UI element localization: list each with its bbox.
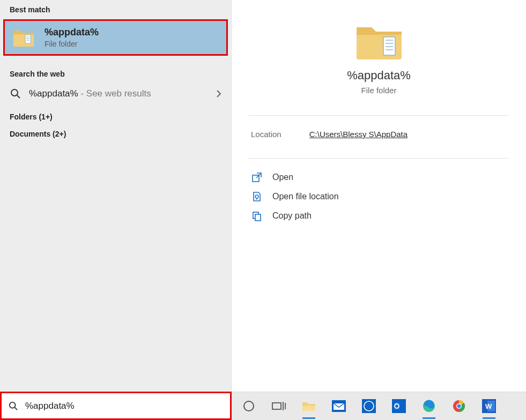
search-icon — [10, 88, 21, 100]
folder-icon — [12, 26, 35, 49]
search-box[interactable] — [0, 392, 232, 420]
svg-point-30 — [457, 404, 461, 408]
open-file-location-action[interactable]: Open file location — [251, 191, 507, 202]
folders-heading[interactable]: Folders (1+) — [0, 105, 231, 124]
search-icon — [8, 401, 19, 411]
chrome-icon[interactable] — [451, 399, 466, 414]
svg-point-4 — [11, 89, 18, 96]
dell-icon[interactable] — [361, 399, 376, 414]
search-results-pane: Best match %appdata% File folder — [0, 0, 232, 392]
svg-point-14 — [10, 402, 16, 408]
taskbar: W — [232, 392, 526, 420]
web-result-label: %appdata% - See web results — [29, 88, 151, 99]
search-input[interactable] — [25, 401, 224, 411]
svg-line-15 — [15, 407, 18, 410]
open-action[interactable]: Open — [251, 171, 507, 183]
svg-line-5 — [17, 95, 20, 98]
task-view-icon[interactable] — [271, 399, 286, 414]
file-explorer-icon[interactable] — [301, 399, 316, 414]
documents-heading[interactable]: Documents (2+) — [0, 124, 231, 141]
svg-point-16 — [244, 401, 254, 411]
preview-subtitle: File folder — [361, 86, 397, 95]
svg-rect-17 — [272, 403, 281, 409]
location-label: Location — [251, 130, 281, 139]
copy-path-icon — [251, 210, 263, 222]
web-search-result[interactable]: %appdata% - See web results — [0, 82, 231, 105]
open-icon — [251, 171, 263, 183]
folder-icon — [354, 20, 404, 62]
best-match-subtitle: File folder — [45, 40, 99, 48]
best-match-heading: Best match — [0, 0, 231, 18]
svg-text:W: W — [485, 402, 492, 410]
copy-path-action[interactable]: Copy path — [251, 210, 507, 222]
word-icon[interactable]: W — [481, 399, 497, 414]
svg-rect-20 — [302, 406, 315, 411]
svg-rect-13 — [255, 214, 261, 221]
outlook-icon[interactable] — [391, 399, 406, 414]
best-match-title: %appdata% — [45, 27, 99, 38]
chevron-right-icon — [216, 89, 221, 98]
svg-rect-6 — [383, 37, 395, 55]
action-label: Open — [272, 172, 293, 182]
preview-title: %appdata% — [347, 69, 411, 82]
open-location-icon — [251, 191, 263, 202]
action-label: Open file location — [272, 192, 339, 201]
svg-rect-0 — [25, 35, 31, 43]
location-path-link[interactable]: C:\Users\Blessy S\AppData — [309, 130, 408, 139]
search-web-heading: Search the web — [0, 60, 231, 82]
best-match-result[interactable]: %appdata% File folder — [3, 19, 228, 56]
action-label: Copy path — [272, 211, 312, 221]
divider — [249, 158, 509, 159]
edge-icon[interactable] — [421, 399, 436, 414]
preview-pane: %appdata% File folder Location C:\Users\… — [232, 0, 526, 392]
mail-icon[interactable] — [331, 399, 346, 414]
cortana-icon[interactable] — [241, 399, 256, 414]
